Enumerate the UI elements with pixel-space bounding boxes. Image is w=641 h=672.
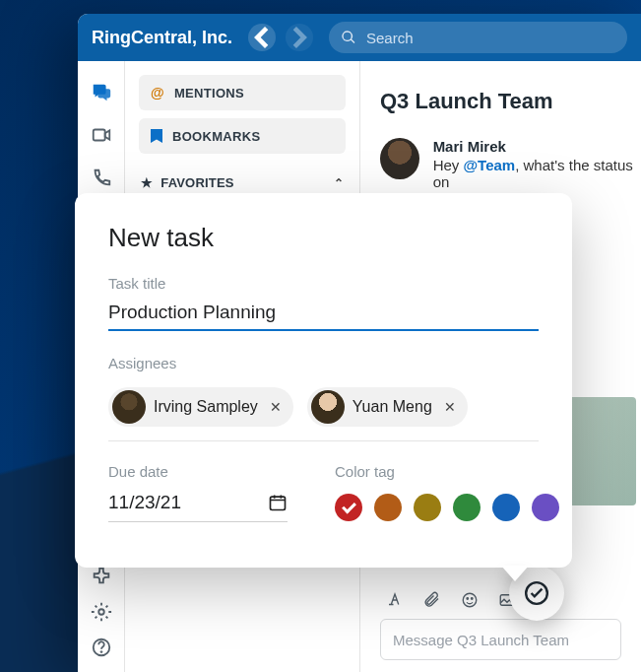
search-input[interactable] <box>366 30 615 46</box>
chevron-up-icon: ⌃ <box>334 176 344 190</box>
message-text: Hey @Team, what's the status on <box>433 157 641 190</box>
composer-toolbar <box>380 587 621 619</box>
remove-assignee-button[interactable]: ✕ <box>266 397 286 417</box>
message: Mari Mirek Hey @Team, what's the status … <box>360 114 641 190</box>
task-title-input[interactable] <box>108 298 539 331</box>
avatar <box>112 390 146 424</box>
assignees-label: Assignees <box>108 355 539 371</box>
titlebar: RingCentral, Inc. <box>78 14 641 61</box>
color-swatch[interactable] <box>374 494 402 521</box>
composer[interactable] <box>380 619 621 660</box>
checkmark-circle-icon <box>524 580 549 606</box>
composer-input[interactable] <box>393 632 609 648</box>
format-icon[interactable] <box>386 591 404 609</box>
messages-icon[interactable] <box>91 81 112 102</box>
bookmarks-label: BOOKMARKS <box>172 129 260 144</box>
svg-point-1 <box>98 609 104 615</box>
nav-forward-button[interactable] <box>286 24 313 51</box>
phone-icon[interactable] <box>91 168 112 189</box>
assignee-chip: Yuan Meng ✕ <box>307 387 468 427</box>
assignees-field[interactable]: Irving Sampley ✕ Yuan Meng ✕ <box>108 377 539 441</box>
svg-point-4 <box>463 593 477 607</box>
due-date-label: Due date <box>108 463 288 480</box>
brand-label: RingCentral, Inc. <box>92 28 232 48</box>
task-title-label: Task title <box>108 275 539 292</box>
emoji-icon[interactable] <box>461 591 479 609</box>
color-tag-label: Color tag <box>335 463 559 480</box>
svg-rect-10 <box>271 497 286 509</box>
remove-assignee-button[interactable]: ✕ <box>440 397 460 417</box>
color-swatch[interactable] <box>532 494 559 521</box>
due-date-input[interactable]: 11/23/21 <box>108 486 288 522</box>
calendar-icon <box>268 493 288 512</box>
mention[interactable]: @Team <box>463 157 515 173</box>
search-field[interactable] <box>329 22 627 53</box>
svg-point-6 <box>472 598 474 600</box>
avatar <box>311 390 345 424</box>
favorites-section-header[interactable]: ★FAVORITES ⌃ <box>125 154 359 190</box>
color-swatch[interactable] <box>492 494 520 521</box>
apps-icon[interactable] <box>91 566 112 587</box>
assignee-chip: Irving Sampley ✕ <box>108 387 293 427</box>
conversation-title: Q3 Launch Team <box>360 61 641 114</box>
color-swatches <box>335 486 559 521</box>
settings-icon[interactable] <box>91 601 112 623</box>
due-date-value: 11/23/21 <box>108 492 181 513</box>
bookmarks-filter[interactable]: BOOKMARKS <box>139 118 346 154</box>
star-icon: ★ <box>141 175 153 190</box>
help-icon[interactable] <box>91 637 112 658</box>
svg-point-3 <box>100 651 102 653</box>
favorites-label: FAVORITES <box>160 175 234 190</box>
modal-title: New task <box>108 223 539 253</box>
color-swatch[interactable] <box>335 494 362 521</box>
avatar[interactable] <box>380 138 419 179</box>
mentions-filter[interactable]: @ MENTIONS <box>139 75 346 110</box>
at-icon: @ <box>151 85 164 101</box>
message-author: Mari Mirek <box>433 138 641 155</box>
assignee-name: Irving Sampley <box>154 398 258 416</box>
color-swatch[interactable] <box>414 494 441 521</box>
chevron-right-icon <box>286 24 313 51</box>
new-task-modal: New task Task title Assignees Irving Sam… <box>75 193 572 568</box>
search-icon <box>341 30 356 45</box>
chevron-left-icon <box>248 24 276 51</box>
svg-point-5 <box>467 598 469 600</box>
mentions-label: MENTIONS <box>174 86 244 101</box>
color-swatch[interactable] <box>453 494 481 521</box>
bookmark-icon <box>151 129 162 143</box>
attachment-icon[interactable] <box>423 591 441 609</box>
nav-back-button[interactable] <box>248 24 276 51</box>
svg-rect-0 <box>93 130 104 141</box>
assignee-name: Yuan Meng <box>353 398 432 416</box>
video-icon[interactable] <box>91 124 112 146</box>
